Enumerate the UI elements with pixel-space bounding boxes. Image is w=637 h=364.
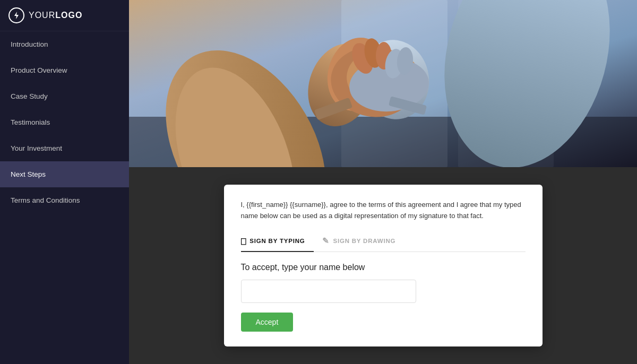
sidebar-item-next-steps[interactable]: Next Steps bbox=[0, 161, 129, 187]
signature-card: I, {{first_name}} {{surname}}, agree to … bbox=[224, 185, 543, 347]
name-input[interactable] bbox=[241, 280, 416, 303]
accept-label: To accept, type your name below bbox=[241, 263, 526, 272]
tab-sign-drawing-label: SIGN BY DRAWING bbox=[333, 238, 395, 244]
lightning-bolt-icon bbox=[12, 11, 21, 20]
keyboard-icon: ⎕ bbox=[241, 237, 246, 246]
logo-icon bbox=[8, 7, 24, 23]
tab-sign-drawing[interactable]: ✎ SIGN BY DRAWING bbox=[322, 232, 404, 252]
pen-icon: ✎ bbox=[322, 236, 330, 246]
sidebar: YOURLOGO Introduction Product Overview C… bbox=[0, 0, 129, 364]
logo-text: YOURLOGO bbox=[29, 11, 82, 20]
sidebar-item-testimonials[interactable]: Testimonials bbox=[0, 109, 129, 135]
agreement-text: I, {{first_name}} {{surname}}, agree to … bbox=[241, 200, 526, 222]
sign-tabs: ⎕ SIGN BY TYPING ✎ SIGN BY DRAWING bbox=[241, 232, 526, 252]
hero-image bbox=[129, 0, 637, 167]
main-content: I, {{first_name}} {{surname}}, agree to … bbox=[129, 0, 637, 364]
logo-your: YOUR bbox=[29, 11, 55, 20]
sidebar-item-product-overview[interactable]: Product Overview bbox=[0, 57, 129, 83]
tab-sign-typing-label: SIGN BY TYPING bbox=[249, 238, 305, 244]
sidebar-item-terms-and-conditions[interactable]: Terms and Conditions bbox=[0, 187, 129, 213]
hero-svg bbox=[129, 0, 637, 167]
sidebar-item-case-study[interactable]: Case Study bbox=[0, 83, 129, 109]
signature-area: I, {{first_name}} {{surname}}, agree to … bbox=[129, 167, 637, 364]
accept-button[interactable]: Accept bbox=[241, 313, 294, 332]
sidebar-item-your-investment[interactable]: Your Investment bbox=[0, 135, 129, 161]
logo-logo: LOGO bbox=[55, 11, 82, 20]
sidebar-nav: Introduction Product Overview Case Study… bbox=[0, 31, 129, 213]
tab-sign-typing[interactable]: ⎕ SIGN BY TYPING bbox=[241, 232, 314, 252]
svg-marker-0 bbox=[14, 12, 19, 19]
sidebar-item-introduction[interactable]: Introduction bbox=[0, 31, 129, 57]
logo-area: YOURLOGO bbox=[0, 0, 129, 31]
